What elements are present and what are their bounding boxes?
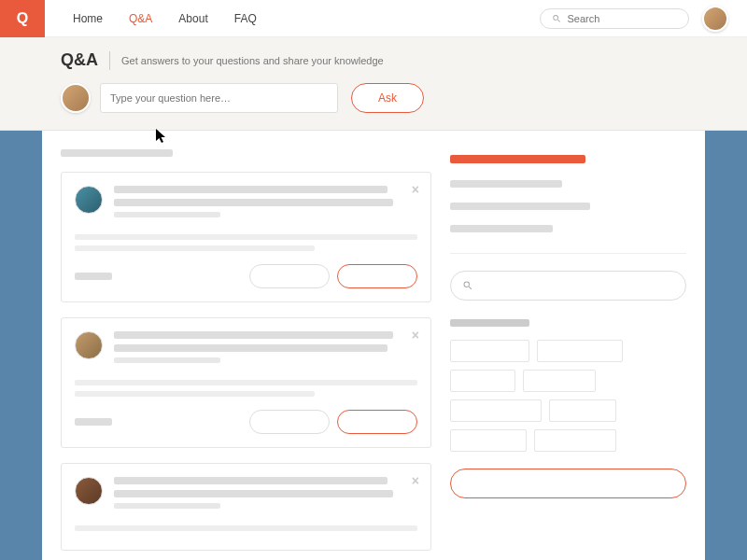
question-meta-placeholder <box>114 212 220 217</box>
nav-qa[interactable]: Q&A <box>129 12 152 25</box>
sidebar-line-placeholder <box>450 225 553 232</box>
author-avatar[interactable] <box>75 331 103 359</box>
page-subtitle: Get answers to your questions and share … <box>121 55 384 66</box>
sidebar-subheading <box>450 319 529 327</box>
question-meta-placeholder <box>114 503 220 509</box>
question-input[interactable] <box>100 83 338 113</box>
card-stat-placeholder <box>75 273 112 280</box>
question-body-placeholder <box>75 525 417 531</box>
page-title: Q&A <box>61 50 98 70</box>
hero-section: Q&A Get answers to your questions and sh… <box>0 37 747 131</box>
question-title-placeholder <box>114 331 393 339</box>
question-title-placeholder <box>114 186 388 193</box>
feed-section-label <box>61 149 173 157</box>
question-card: × <box>61 317 431 448</box>
logo[interactable]: Q <box>0 0 45 37</box>
secondary-action-button[interactable] <box>249 264 330 288</box>
question-title-placeholder <box>114 344 388 352</box>
tag-chip[interactable] <box>534 429 616 452</box>
hero-title-row: Q&A Get answers to your questions and sh… <box>61 50 686 70</box>
question-body-placeholder <box>75 380 417 385</box>
main-column: × × <box>61 149 431 560</box>
close-icon[interactable]: × <box>412 473 419 488</box>
search-icon <box>552 13 562 24</box>
nav-home[interactable]: Home <box>73 12 103 25</box>
top-bar-right <box>540 6 728 32</box>
tag-chip[interactable] <box>523 370 596 392</box>
question-title-placeholder <box>114 490 393 497</box>
tag-chip[interactable] <box>450 370 515 392</box>
sidebar-cta-button[interactable] <box>450 469 686 498</box>
ask-question-row: Ask <box>61 83 686 113</box>
question-body-placeholder <box>75 391 315 397</box>
close-icon[interactable]: × <box>412 182 419 197</box>
question-body-placeholder <box>75 245 315 251</box>
current-user-avatar <box>61 83 91 113</box>
primary-action-button[interactable] <box>337 410 417 434</box>
search-icon <box>462 280 473 291</box>
global-search[interactable] <box>540 8 689 29</box>
tag-grid <box>450 340 686 452</box>
tag-chip[interactable] <box>549 399 616 422</box>
author-avatar[interactable] <box>75 477 103 505</box>
main-nav: Home Q&A About FAQ <box>73 12 257 25</box>
primary-action-button[interactable] <box>337 264 417 288</box>
sidebar-heading <box>450 155 585 163</box>
sidebar-line-placeholder <box>450 203 590 210</box>
question-card: × <box>61 463 431 551</box>
question-title-placeholder <box>114 477 388 484</box>
sidebar-line-placeholder <box>450 180 562 188</box>
page-content: × × <box>42 131 705 560</box>
author-avatar[interactable] <box>75 186 103 214</box>
global-search-input[interactable] <box>568 13 677 24</box>
close-icon[interactable]: × <box>412 328 419 343</box>
sidebar <box>448 149 686 560</box>
top-bar: Q Home Q&A About FAQ <box>0 0 747 37</box>
ask-button[interactable]: Ask <box>351 83 424 113</box>
tag-chip[interactable] <box>450 340 529 362</box>
question-body-placeholder <box>75 234 417 240</box>
nav-about[interactable]: About <box>178 12 207 25</box>
tag-chip[interactable] <box>450 429 527 452</box>
title-separator <box>109 51 110 70</box>
user-avatar[interactable] <box>702 6 728 32</box>
question-title-placeholder <box>114 199 393 206</box>
nav-faq[interactable]: FAQ <box>234 12 257 25</box>
question-card: × <box>61 172 431 302</box>
card-stat-placeholder <box>75 418 112 426</box>
sidebar-divider <box>450 253 686 254</box>
sidebar-search[interactable] <box>450 271 686 301</box>
secondary-action-button[interactable] <box>249 410 330 434</box>
tag-chip[interactable] <box>450 399 542 422</box>
tag-chip[interactable] <box>537 340 623 362</box>
question-meta-placeholder <box>114 357 220 363</box>
